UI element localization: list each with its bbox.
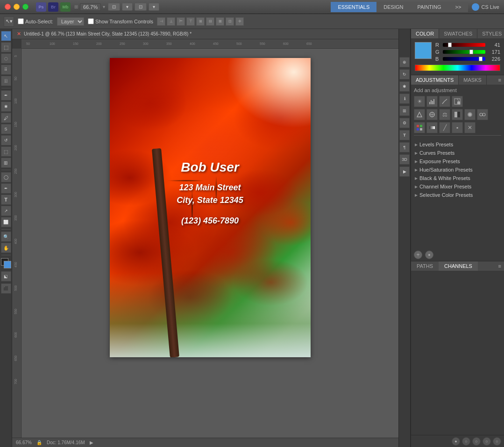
marquee-tool[interactable]: ⬚ bbox=[1, 42, 11, 52]
align-top-icon[interactable]: ⊤ bbox=[186, 17, 195, 26]
pc-delete-icon[interactable]: ○ bbox=[493, 437, 501, 446]
brush-tool[interactable]: 🖊 bbox=[1, 113, 11, 123]
gradient-map-icon[interactable] bbox=[426, 122, 438, 133]
pc-add-icon[interactable]: ○ bbox=[483, 437, 491, 446]
type-settings-icon[interactable]: T bbox=[399, 130, 410, 140]
bridge-icon[interactable]: Br bbox=[48, 2, 58, 12]
move-tool-options[interactable]: ↖▾ bbox=[4, 16, 14, 27]
align-left-icon[interactable]: ⊣ bbox=[157, 17, 165, 26]
gradient-tool[interactable]: ▥ bbox=[1, 158, 11, 168]
mini-bridge-icon[interactable]: Mb bbox=[60, 2, 71, 12]
minimize-button[interactable] bbox=[14, 4, 20, 10]
quick-mask-tool[interactable]: ⬕ bbox=[1, 271, 11, 281]
color-balance-icon[interactable]: ⚖ bbox=[439, 109, 450, 120]
black-white-icon[interactable] bbox=[452, 109, 463, 120]
tab-swatches[interactable]: SWATCHES bbox=[439, 29, 477, 38]
preset-selective-color[interactable]: ▶ Selective Color Presets bbox=[411, 191, 504, 199]
tab-paths[interactable]: PATHS bbox=[411, 261, 439, 271]
photo-filter-icon[interactable] bbox=[464, 109, 476, 120]
preset-hue-saturation[interactable]: ▶ Hue/Saturation Presets bbox=[411, 166, 504, 174]
text-tool[interactable]: T bbox=[1, 195, 11, 205]
curves-icon[interactable] bbox=[439, 96, 450, 107]
green-slider[interactable] bbox=[443, 50, 485, 54]
doc-close-button[interactable]: ✕ bbox=[17, 31, 21, 37]
cs-live[interactable]: CS Live bbox=[472, 3, 499, 11]
blue-thumb[interactable] bbox=[479, 57, 483, 61]
tab-channels[interactable]: CHANNELS bbox=[439, 261, 478, 271]
nav-button-3[interactable]: ⊡ bbox=[135, 3, 147, 11]
auto-select-checkbox[interactable] bbox=[18, 18, 24, 24]
tab-color[interactable]: COLOR bbox=[411, 29, 439, 38]
align-middle-icon[interactable]: ⊞ bbox=[196, 17, 205, 26]
spot-heal-tool[interactable]: ✱ bbox=[1, 101, 11, 112]
threshold-icon[interactable]: ✕ bbox=[464, 122, 476, 133]
adjustments-panel-menu[interactable]: ≡ bbox=[496, 75, 504, 85]
exposure-icon[interactable] bbox=[452, 96, 463, 107]
invert-icon[interactable]: ╱ bbox=[439, 122, 450, 133]
selective-color-icon[interactable] bbox=[414, 122, 425, 133]
red-thumb[interactable] bbox=[448, 43, 452, 47]
paragraph-icon[interactable]: ¶ bbox=[399, 142, 410, 152]
close-button[interactable] bbox=[5, 4, 11, 10]
tab-styles[interactable]: STYLES bbox=[477, 29, 504, 38]
hand-tool[interactable]: ✋ bbox=[1, 243, 11, 253]
channel-mixer-icon[interactable] bbox=[477, 109, 488, 120]
pc-lock-icon[interactable]: ○ bbox=[472, 437, 481, 446]
posterize-icon[interactable]: ▪ bbox=[452, 122, 463, 133]
pc-eye-icon[interactable]: ○ bbox=[462, 437, 470, 446]
history-brush-tool[interactable]: ↺ bbox=[1, 135, 11, 145]
record-button[interactable]: ● bbox=[425, 251, 433, 259]
extras-icon[interactable]: ⊞ bbox=[399, 106, 410, 116]
foreground-color[interactable] bbox=[1, 258, 11, 268]
shape-tool[interactable]: ⬜ bbox=[1, 217, 11, 227]
tab-essentials[interactable]: ESSENTIALS bbox=[331, 2, 376, 12]
info-icon[interactable]: ℹ bbox=[399, 94, 410, 104]
zoom-3d-icon[interactable]: ✱ bbox=[399, 81, 410, 92]
levels-icon[interactable] bbox=[426, 96, 438, 107]
hue-saturation-icon[interactable] bbox=[426, 109, 438, 120]
3d-icon[interactable]: 3D bbox=[399, 154, 410, 165]
distribute-v-icon[interactable]: ⊡ bbox=[226, 17, 234, 26]
auto-align-icon[interactable]: ✛ bbox=[235, 17, 244, 26]
align-bottom-icon[interactable]: ⊟ bbox=[206, 17, 214, 26]
green-thumb[interactable] bbox=[469, 50, 473, 54]
nav-button-1[interactable]: ⊡ bbox=[108, 3, 120, 11]
preset-curves[interactable]: ▶ Curves Presets bbox=[411, 149, 504, 157]
maximize-button[interactable] bbox=[22, 4, 28, 10]
brightness-icon[interactable]: ☀ bbox=[414, 96, 425, 107]
eraser-tool[interactable]: ⬚ bbox=[1, 146, 11, 157]
red-slider[interactable] bbox=[443, 43, 485, 47]
distribute-h-icon[interactable]: ⊠ bbox=[216, 17, 224, 26]
vibrance-icon[interactable] bbox=[414, 109, 425, 120]
preset-black-white[interactable]: ▶ Black & White Presets bbox=[411, 174, 504, 182]
align-right-icon[interactable]: ⊢ bbox=[177, 17, 185, 26]
view-options-icon[interactable]: ⊕ bbox=[399, 57, 410, 67]
eyedropper-tool[interactable]: ✒ bbox=[1, 90, 11, 101]
lasso-tool[interactable]: ◌ bbox=[1, 53, 11, 64]
pen-tool[interactable]: ✒ bbox=[1, 183, 11, 194]
color-spectrum[interactable] bbox=[415, 65, 500, 71]
preset-exposure[interactable]: ▶ Exposure Presets bbox=[411, 157, 504, 166]
settings-icon[interactable]: ⚙ bbox=[399, 118, 410, 128]
screen-mode-tool[interactable]: ⬛ bbox=[1, 283, 11, 294]
layer-select[interactable]: Layer bbox=[57, 17, 84, 26]
show-transform-checkbox[interactable] bbox=[88, 18, 94, 24]
crop-tool[interactable]: ⌻ bbox=[1, 76, 11, 86]
move-tool[interactable]: ↖ bbox=[1, 31, 11, 41]
preset-levels[interactable]: ▶ Levels Presets bbox=[411, 140, 504, 149]
zoom-tool[interactable]: 🔍 bbox=[1, 231, 11, 242]
tab-masks[interactable]: MASKS bbox=[459, 75, 487, 85]
blue-slider[interactable] bbox=[443, 57, 485, 61]
path-select-tool[interactable]: ↗ bbox=[1, 206, 11, 216]
quick-select-tool[interactable]: ⠿ bbox=[1, 65, 11, 75]
clone-stamp-tool[interactable]: S bbox=[1, 124, 11, 134]
dodge-tool[interactable]: ◯ bbox=[1, 172, 11, 182]
color-swatch[interactable] bbox=[415, 42, 432, 59]
rotate-view-icon[interactable]: ↻ bbox=[399, 69, 410, 79]
tab-adjustments[interactable]: ADJUSTMENTS bbox=[411, 75, 459, 85]
animation-icon[interactable]: ▶ bbox=[399, 166, 410, 177]
align-center-icon[interactable]: ⊥ bbox=[167, 17, 175, 26]
tab-painting[interactable]: PAINTING bbox=[410, 2, 448, 12]
pc-link-icon[interactable]: ● bbox=[452, 437, 460, 446]
nav-button-2[interactable]: ▾ bbox=[122, 3, 133, 11]
